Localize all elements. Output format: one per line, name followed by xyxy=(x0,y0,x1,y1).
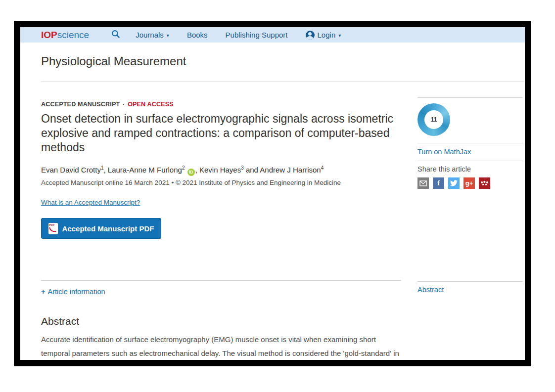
nav-item-journals[interactable]: Journals▾ xyxy=(136,31,169,39)
journal-title[interactable]: Physiological Measurement xyxy=(41,54,524,68)
article-sidebar: 11 Turn on MathJax Share this article f … xyxy=(417,82,523,294)
search-button[interactable] xyxy=(111,29,121,41)
login-label: Login xyxy=(318,31,336,39)
altmetric-badge[interactable]: 11 xyxy=(417,103,450,136)
mendeley-share-icon[interactable] xyxy=(479,177,490,189)
plus-icon: + xyxy=(41,288,45,296)
nav-item-label: Publishing Support xyxy=(226,31,288,39)
pdf-button-label: Accepted Manuscript PDF xyxy=(62,224,154,233)
google-plus-share-icon[interactable]: g+ xyxy=(463,177,475,189)
separator-dot: · xyxy=(122,101,126,108)
article-type-label: ACCEPTED MANUSCRIPT xyxy=(41,101,120,108)
abstract-heading: Abstract xyxy=(41,315,401,327)
sidebar-divider xyxy=(417,281,523,282)
top-nav: IOPscience Journals▾ Books Publishing Su… xyxy=(20,27,525,43)
logo-iop: IOP xyxy=(41,30,57,40)
twitter-share-icon[interactable] xyxy=(448,177,460,189)
author-separator: and xyxy=(244,166,260,174)
author-name[interactable]: Evan David Crotty1 xyxy=(41,166,103,174)
sidebar-divider xyxy=(417,161,523,161)
article-main-column: ACCEPTED MANUSCRIPT · OPEN ACCESS Onset … xyxy=(41,82,401,366)
iopscience-logo[interactable]: IOPscience xyxy=(41,30,89,41)
altmetric-score: 11 xyxy=(424,110,443,129)
article-information-label: Article information xyxy=(47,288,105,296)
nav-item-label: Books xyxy=(187,31,208,39)
what-is-accepted-manuscript-link[interactable]: What is an Accepted Manuscript? xyxy=(41,199,140,206)
chevron-down-icon: ▾ xyxy=(167,33,169,38)
article-type-row: ACCEPTED MANUSCRIPT · OPEN ACCESS xyxy=(41,101,401,108)
user-icon xyxy=(306,31,315,40)
author-separator: , xyxy=(103,166,107,174)
share-icons-row: f g+ xyxy=(417,177,523,189)
pdf-icon: PDF xyxy=(48,223,58,234)
logo-science: science xyxy=(57,30,89,40)
sidebar-abstract-link[interactable]: Abstract xyxy=(417,286,523,294)
email-share-icon[interactable] xyxy=(417,177,429,189)
nav-item-books[interactable]: Books xyxy=(187,31,208,39)
author-list: Evan David Crotty1, Laura-Anne M Furlong… xyxy=(41,165,401,176)
facebook-share-icon[interactable]: f xyxy=(433,177,444,189)
article-information-toggle[interactable]: +Article information xyxy=(41,288,401,296)
orcid-icon[interactable]: iD xyxy=(187,169,195,176)
author-name[interactable]: Kevin Hayes3 xyxy=(199,166,244,174)
author-name[interactable]: Andrew J Harrison4 xyxy=(260,166,324,174)
author-name[interactable]: Laura-Anne M Furlong2 xyxy=(108,166,185,174)
browser-viewport: IOPscience Journals▾ Books Publishing Su… xyxy=(14,21,531,366)
author-affiliation-sup: 2 xyxy=(182,165,185,171)
article-info-divider xyxy=(41,280,401,281)
author-separator: , xyxy=(195,166,199,174)
login-menu[interactable]: Login▾ xyxy=(306,31,341,40)
author-affiliation-sup: 4 xyxy=(321,165,324,171)
open-access-badge: OPEN ACCESS xyxy=(128,101,174,108)
search-icon xyxy=(111,29,121,41)
sidebar-divider xyxy=(417,97,523,98)
nav-item-publishing-support[interactable]: Publishing Support xyxy=(226,31,288,39)
accepted-manuscript-pdf-button[interactable]: PDF Accepted Manuscript PDF xyxy=(41,218,161,239)
nav-item-label: Journals xyxy=(136,31,164,39)
chevron-down-icon: ▾ xyxy=(338,33,341,38)
share-this-article-label: Share this article xyxy=(417,165,523,173)
turn-on-mathjax-link[interactable]: Turn on MathJax xyxy=(417,148,523,156)
sidebar-divider xyxy=(417,143,523,143)
abstract-text: Accurate identification of surface elect… xyxy=(41,333,401,366)
article-title: Onset detection in surface electromyogra… xyxy=(41,112,401,155)
publication-date-line: Accepted Manuscript online 16 March 2021… xyxy=(41,179,401,186)
